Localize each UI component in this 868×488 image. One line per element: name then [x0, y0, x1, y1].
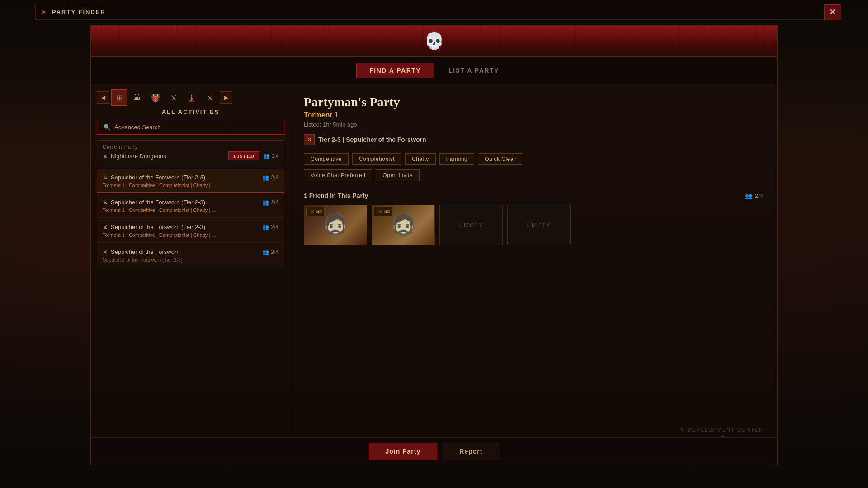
current-party-slots: 👥 2/4	[263, 153, 278, 160]
main-window: 💀 FIND A PARTY LIST A PARTY ◀ ⊞ 🏛 👹 ⚔ 🗼 …	[90, 25, 778, 465]
empty-slot-label-2: EMPTY	[527, 221, 551, 229]
prev-activity-button[interactable]: ◀	[97, 91, 109, 104]
tags-row-2: Voice Chat Preferred Open Invite	[304, 169, 763, 181]
current-party-dungeon-icon: ⚔	[103, 153, 108, 160]
activity-icon: ⚔	[304, 134, 315, 145]
party-item-name: ⚔ Sepulcher of the Forsworn (Tier 2-3)	[103, 224, 205, 230]
tag-open-invite: Open Invite	[376, 169, 420, 181]
tab-find-party[interactable]: FIND A PARTY	[356, 63, 434, 78]
search-placeholder: Advanced Search	[114, 124, 161, 131]
player-slot-4: EMPTY	[507, 205, 571, 245]
current-party-label: Current Party	[103, 144, 278, 150]
title-bar: ➤ PARTY FINDER ✕	[35, 4, 841, 20]
tag-completionist: Completionist	[352, 153, 401, 165]
skull-emblem-icon: 💀	[420, 30, 448, 52]
activity-all-button[interactable]: ⊞	[111, 89, 127, 106]
tab-list-party[interactable]: LIST A PARTY	[436, 63, 512, 78]
window-title: PARTY FINDER	[52, 9, 106, 15]
right-panel: Partyman's Party Torment 1 Listed: 1hr 5…	[290, 84, 777, 464]
search-icon: 🔍	[104, 124, 111, 131]
activity-raid-button[interactable]: ⚔	[165, 89, 182, 106]
activity-dungeon-button[interactable]: 🏛	[129, 89, 146, 106]
dev-note-1: IN DEVELOPMENT CONTENT	[679, 427, 768, 432]
party-title: Partyman's Party	[304, 95, 763, 109]
party-icon: ⚔	[103, 249, 108, 255]
player-slot-2: 🧔 ⚔ 53	[372, 205, 435, 245]
party-listed-time: Listed: 1hr 5min ago	[304, 121, 763, 128]
party-activity: ⚔ Tier 2-3 | Sepulcher of the Forsworn	[304, 134, 763, 145]
party-list: ⚔ Sepulcher of the Forsworn (Tier 2-3) 👥…	[97, 169, 284, 459]
next-activity-button[interactable]: ▶	[220, 91, 232, 104]
class-icon-1: ⚔	[309, 208, 315, 215]
report-button[interactable]: Report	[443, 443, 499, 460]
avatar-face-1: 🧔	[322, 212, 349, 238]
party-icon: ⚔	[103, 174, 108, 181]
current-party-row: ⚔ Nightmare Dungeons LISTED 👥 2/4	[103, 151, 278, 160]
list-item[interactable]: ⚔ Sepulcher of the Forsworn 👥 2/4 Sepulc…	[97, 244, 284, 267]
party-slot-count: 👥 2/4	[262, 224, 278, 230]
activity-boss-button[interactable]: 👹	[147, 89, 164, 106]
decorative-header: 💀	[91, 26, 777, 57]
close-button[interactable]: ✕	[824, 4, 840, 20]
party-item-tags: Torment 1 | Competitive | Completionist …	[103, 207, 278, 213]
bottom-bar: Join Party Report	[91, 437, 777, 465]
group-icon: 👥	[263, 153, 270, 160]
group-icon: 👥	[745, 192, 752, 199]
party-item-name: ⚔ Sepulcher of the Forsworn	[103, 249, 179, 255]
left-panel: ◀ ⊞ 🏛 👹 ⚔ 🗼 ⚔ ▶ ALL ACTIVITIES 🔍 Advance…	[91, 84, 290, 464]
current-party-activity: Nightmare Dungeons	[111, 153, 166, 160]
listed-badge: LISTED	[228, 151, 259, 160]
avatar-face-2: 🧔	[390, 212, 417, 238]
player-slot-3: EMPTY	[439, 205, 503, 245]
party-difficulty: Torment 1	[304, 111, 763, 119]
friends-count: 👥 2/4	[745, 192, 763, 199]
tab-bar: FIND A PARTY LIST A PARTY	[91, 57, 777, 84]
party-item-tags: Torment 1 | Competitive | Completionist …	[103, 232, 278, 238]
content-area: ◀ ⊞ 🏛 👹 ⚔ 🗼 ⚔ ▶ ALL ACTIVITIES 🔍 Advance…	[91, 84, 777, 464]
player-level-badge-1: ⚔ 53	[306, 207, 325, 216]
tag-farming: Farming	[439, 153, 475, 165]
tag-quick-clear: Quick Clear	[478, 153, 522, 165]
activity-tower-button[interactable]: 🗼	[184, 89, 200, 106]
current-party-info: ⚔ Nightmare Dungeons	[103, 153, 166, 160]
party-item-tags: Torment 1 | Competitive | Completionist …	[103, 183, 278, 188]
party-item-name: ⚔ Sepulcher of the Forsworn (Tier 2-3)	[103, 174, 205, 181]
list-item[interactable]: ⚔ Sepulcher of the Forsworn (Tier 2-3) 👥…	[97, 194, 284, 218]
tags-row-1: Competitive Completionist Chatty Farming…	[304, 153, 763, 165]
tag-voice-chat: Voice Chat Preferred	[304, 169, 372, 181]
current-party-box: Current Party ⚔ Nightmare Dungeons LISTE…	[97, 140, 284, 164]
list-item[interactable]: ⚔ Sepulcher of the Forsworn (Tier 2-3) 👥…	[97, 169, 284, 193]
party-slot-count: 👥 2/4	[262, 174, 278, 181]
player-slot-1: 🧔 ⚔ 53	[304, 205, 367, 245]
party-item-tags: Sepulcher of the Forsworn (Tier 2-3)	[103, 257, 278, 263]
player-slots: 🧔 ⚔ 53 🧔	[304, 205, 763, 245]
party-slot-count: 👥 2/4	[262, 249, 278, 255]
party-item-name: ⚔ Sepulcher of the Forsworn (Tier 2-3)	[103, 199, 205, 206]
friends-section: 1 Friend In This Party 👥 2/4 🧔	[304, 192, 763, 245]
activity-pvp-button[interactable]: ⚔	[202, 89, 218, 106]
join-party-button[interactable]: Join Party	[369, 443, 438, 460]
list-item[interactable]: ⚔ Sepulcher of the Forsworn (Tier 2-3) 👥…	[97, 219, 284, 243]
player-level-badge-2: ⚔ 53	[374, 207, 392, 216]
tag-chatty: Chatty	[405, 153, 436, 165]
search-box[interactable]: 🔍 Advanced Search	[97, 120, 284, 135]
activity-nav: ◀ ⊞ 🏛 👹 ⚔ 🗼 ⚔ ▶	[97, 89, 284, 106]
party-icon: ⚔	[103, 224, 108, 230]
empty-slot-label-1: EMPTY	[459, 221, 483, 229]
party-slot-count: 👥 2/4	[262, 199, 278, 206]
activity-label: ALL ACTIVITIES	[97, 108, 284, 115]
class-icon-2: ⚔	[377, 208, 383, 215]
party-finder-icon: ➤	[39, 7, 48, 16]
friends-header: 1 Friend In This Party 👥 2/4	[304, 192, 763, 199]
friends-label: 1 Friend In This Party	[304, 192, 368, 199]
tag-competitive: Competitive	[304, 153, 349, 165]
party-icon: ⚔	[103, 199, 108, 206]
